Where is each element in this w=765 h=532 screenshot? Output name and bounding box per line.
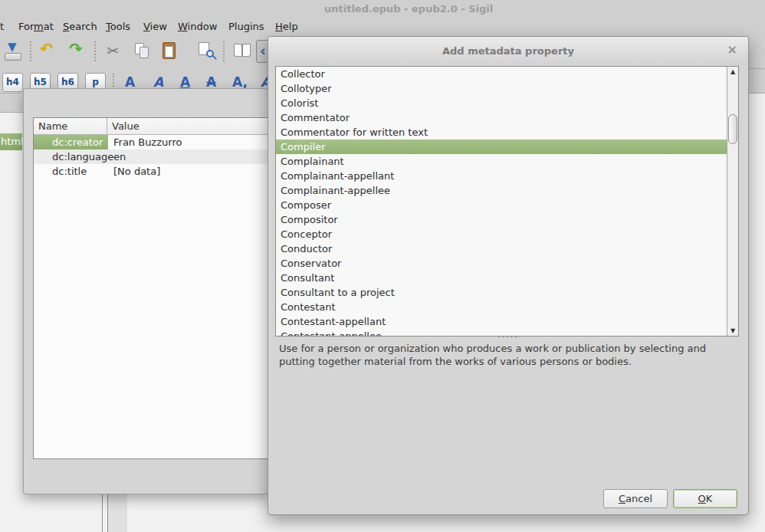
list-item[interactable]: Collotyper bbox=[276, 81, 727, 96]
table-row[interactable]: dc:creator Fran Buzzurro bbox=[34, 135, 268, 149]
menu-item-help[interactable]: Help bbox=[275, 21, 298, 32]
list-item[interactable]: Conservator bbox=[276, 256, 727, 271]
table-row[interactable]: dc:title [No data] bbox=[34, 164, 268, 179]
list-item[interactable]: Consultant bbox=[276, 271, 727, 285]
menu-item-window[interactable]: Window bbox=[178, 21, 217, 32]
list-item[interactable]: Composer bbox=[276, 198, 727, 212]
find-lens bbox=[206, 50, 214, 57]
menu-item-view[interactable]: View bbox=[143, 21, 167, 32]
metadata-editor-dialog: Name Value dc:creator Fran Buzzurro dc:l… bbox=[23, 88, 268, 494]
ok-button[interactable]: OK bbox=[673, 489, 737, 508]
list-item[interactable]: Complainant-appellant bbox=[276, 169, 727, 183]
list-item[interactable]: Consultant to a project bbox=[276, 285, 727, 300]
copy-icon[interactable] bbox=[133, 43, 150, 60]
column-header-value[interactable]: Value bbox=[107, 118, 140, 134]
cancel-button[interactable]: Cancel bbox=[603, 489, 668, 508]
undo-icon[interactable]: ↶ bbox=[40, 40, 54, 58]
vertical-scrollbar[interactable]: ▲ ▼ bbox=[727, 67, 738, 336]
subscript-icon[interactable]: A, bbox=[232, 74, 248, 90]
book-page-left bbox=[234, 43, 242, 57]
cut-icon[interactable]: ✂ bbox=[107, 42, 119, 59]
window-title: untitled.epub - epub2.0 - Sigil bbox=[324, 3, 493, 15]
menu-item-format[interactable]: Format bbox=[18, 21, 54, 32]
metadata-value-cell[interactable]: en bbox=[108, 149, 126, 164]
strikethrough-icon[interactable]: A bbox=[206, 74, 216, 90]
paste-sheet bbox=[165, 46, 173, 57]
list-item[interactable]: Conductor bbox=[276, 241, 727, 256]
find-icon[interactable] bbox=[198, 42, 215, 60]
metadata-table-header: Name Value bbox=[34, 118, 268, 135]
book-view-icon[interactable] bbox=[233, 42, 253, 59]
dialog-titlebar: Add metadata property × bbox=[268, 37, 748, 65]
close-icon[interactable]: × bbox=[727, 44, 737, 56]
toolbar-separator bbox=[223, 41, 225, 61]
heading-h4-button[interactable]: h4 bbox=[2, 73, 23, 92]
italic-icon[interactable]: A bbox=[153, 74, 163, 90]
metadata-name-cell[interactable]: dc:creator bbox=[34, 135, 108, 149]
toolbar-separator bbox=[30, 41, 31, 61]
find-handle bbox=[212, 55, 217, 60]
menu-item-plugins[interactable]: Plugins bbox=[228, 21, 264, 32]
splitter-handle[interactable]: ····· bbox=[268, 334, 748, 342]
redo-icon[interactable]: ↷ bbox=[69, 40, 83, 58]
bold-icon[interactable]: A bbox=[125, 74, 135, 90]
list-item[interactable]: Collector bbox=[276, 67, 727, 81]
scrollbar-thumb[interactable] bbox=[728, 114, 737, 144]
copy-sheet-front bbox=[140, 47, 149, 58]
dialog-title: Add metadata property bbox=[268, 37, 748, 65]
list-item[interactable]: Contestant-appellant bbox=[276, 314, 727, 329]
book-page-right bbox=[242, 43, 251, 57]
toolbar-separator bbox=[94, 41, 96, 61]
metadata-value-cell[interactable]: [No data] bbox=[108, 164, 160, 179]
metadata-role-list[interactable]: Collector Collotyper Colorist Commentato… bbox=[275, 66, 739, 337]
menu-item-tools[interactable]: Tools bbox=[106, 21, 130, 32]
list-item[interactable]: Commentator for written text bbox=[276, 125, 727, 140]
list-item[interactable]: Conceptor bbox=[276, 227, 727, 241]
list-item[interactable]: Commentator bbox=[276, 110, 727, 125]
role-description-text: Use for a person or organization who pro… bbox=[279, 343, 728, 368]
save-tray-shape bbox=[5, 53, 21, 61]
book-browser-file-item[interactable]: html bbox=[0, 133, 22, 150]
list-item[interactable]: Compositor bbox=[276, 212, 727, 227]
metadata-value-cell[interactable]: Fran Buzzurro bbox=[108, 135, 182, 149]
underline-icon[interactable]: A bbox=[180, 74, 190, 90]
list-item[interactable]: Colorist bbox=[276, 96, 727, 110]
metadata-name-cell[interactable]: dc:title bbox=[34, 164, 108, 179]
list-item[interactable]: Complainant bbox=[276, 154, 727, 169]
panel-border-line bbox=[102, 494, 103, 532]
list-item[interactable]: Complainant-appellee bbox=[276, 183, 727, 198]
save-icon[interactable]: ▼ bbox=[4, 43, 22, 61]
panel-splitter-band[interactable] bbox=[108, 494, 127, 532]
add-metadata-property-dialog: Add metadata property × Collector Collot… bbox=[268, 36, 749, 515]
table-row[interactable]: dc:language en bbox=[34, 149, 268, 164]
metadata-name-cell[interactable]: dc:language bbox=[34, 149, 108, 164]
book-browser-header-strip bbox=[0, 94, 23, 113]
paste-icon[interactable] bbox=[163, 42, 176, 59]
save-arrow-glyph: ▼ bbox=[8, 40, 17, 54]
menu-item-partial[interactable]: t bbox=[0, 21, 4, 32]
list-item-selected[interactable]: Compiler bbox=[276, 140, 727, 154]
scroll-up-icon[interactable]: ▲ bbox=[727, 67, 738, 77]
column-header-name[interactable]: Name bbox=[34, 118, 107, 134]
metadata-table: Name Value dc:creator Fran Buzzurro dc:l… bbox=[33, 117, 268, 459]
role-list-items: Collector Collotyper Colorist Commentato… bbox=[276, 67, 727, 337]
menu-item-search[interactable]: Search bbox=[63, 21, 97, 32]
list-item[interactable]: Contestant bbox=[276, 300, 727, 314]
panel-border-line bbox=[107, 494, 108, 532]
